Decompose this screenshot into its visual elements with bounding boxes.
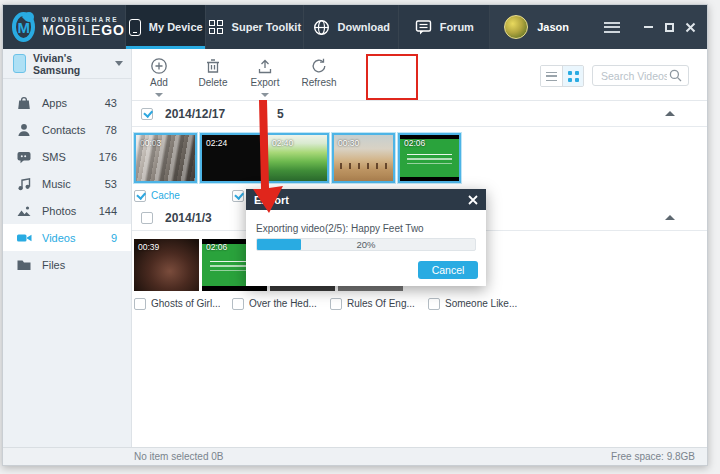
cancel-button[interactable]: Cancel bbox=[418, 261, 478, 279]
export-button[interactable]: Export bbox=[241, 57, 289, 97]
video-label: Cache bbox=[134, 188, 232, 203]
list-view-icon bbox=[546, 72, 557, 81]
toolbar: Add Delete Export Refresh bbox=[132, 49, 707, 101]
maximize-button[interactable] bbox=[662, 20, 676, 34]
video-checkbox[interactable] bbox=[232, 190, 244, 202]
apps-bag-icon bbox=[16, 95, 32, 111]
export-label: Export bbox=[251, 77, 280, 88]
device-phone-icon bbox=[13, 54, 26, 73]
globe-icon bbox=[313, 19, 330, 36]
export-status-text: Exporting video(2/5): Happy Feet Two bbox=[256, 223, 424, 234]
duration-badge: 00:03 bbox=[140, 138, 161, 148]
grid-view-icon bbox=[568, 71, 579, 82]
item-count: 176 bbox=[99, 151, 117, 163]
collapse-icon[interactable] bbox=[665, 111, 675, 116]
grid-icon bbox=[209, 20, 224, 35]
search-input[interactable] bbox=[593, 70, 669, 82]
video-name: Ghosts of Girl... bbox=[151, 298, 220, 309]
video-checkbox[interactable] bbox=[330, 298, 342, 310]
annotation-highlight-box bbox=[366, 54, 418, 100]
sms-bubble-icon bbox=[16, 149, 32, 165]
delete-button[interactable]: Delete bbox=[189, 57, 237, 88]
sidebar-item-apps[interactable]: Apps 43 bbox=[3, 89, 131, 116]
add-button[interactable]: Add bbox=[135, 57, 183, 97]
tab-download[interactable]: Download bbox=[303, 5, 398, 49]
item-count: 144 bbox=[99, 205, 117, 217]
minimize-button[interactable] bbox=[641, 20, 655, 34]
progress-percent: 20% bbox=[257, 239, 475, 250]
device-selector[interactable]: Vivian's Samsung bbox=[3, 49, 131, 79]
group-checkbox[interactable] bbox=[141, 108, 153, 120]
video-label: Over the Hed... bbox=[232, 296, 330, 311]
phone-icon bbox=[129, 19, 141, 36]
group-date: 2014/1/3 bbox=[165, 211, 212, 225]
item-count: 9 bbox=[111, 232, 117, 244]
video-camera-icon bbox=[16, 230, 32, 246]
chevron-down-icon bbox=[115, 61, 123, 66]
dialog-title: Export bbox=[254, 194, 289, 206]
grid-view-button[interactable] bbox=[562, 66, 583, 86]
delete-label: Delete bbox=[199, 77, 228, 88]
duration-badge: 02:40 bbox=[272, 138, 293, 148]
sidebar-item-contacts[interactable]: Contacts 78 bbox=[3, 116, 131, 143]
sidebar-item-label: Apps bbox=[42, 97, 67, 109]
item-count: 53 bbox=[105, 178, 117, 190]
video-thumbnail[interactable]: 00:30 bbox=[332, 133, 395, 183]
tab-my-device[interactable]: My Device bbox=[125, 5, 205, 49]
sidebar-item-label: Videos bbox=[42, 232, 75, 244]
video-checkbox[interactable] bbox=[134, 298, 146, 310]
video-thumbnail[interactable]: 02:06 bbox=[398, 133, 461, 183]
close-button[interactable] bbox=[683, 20, 697, 34]
refresh-button[interactable]: Refresh bbox=[295, 57, 343, 88]
sidebar: Vivian's Samsung Apps 43 Contacts 78 bbox=[3, 49, 132, 447]
folder-icon bbox=[16, 257, 32, 273]
video-name: Rules Of Eng... bbox=[347, 298, 415, 309]
sidebar-item-files[interactable]: Files bbox=[3, 251, 131, 278]
tab-label: Forum bbox=[440, 21, 474, 33]
video-checkbox[interactable] bbox=[232, 298, 244, 310]
video-thumbnail[interactable]: 00:39 bbox=[134, 239, 199, 291]
sidebar-item-videos[interactable]: Videos 9 bbox=[3, 224, 131, 251]
sidebar-item-music[interactable]: Music 53 bbox=[3, 170, 131, 197]
collapse-icon[interactable] bbox=[665, 215, 675, 220]
device-name: Vivian's Samsung bbox=[33, 52, 108, 76]
video-thumbnail[interactable]: 00:03 bbox=[134, 133, 197, 183]
dialog-header[interactable]: Export bbox=[246, 189, 486, 210]
group-count: 5 bbox=[277, 107, 284, 121]
app-logo: M WONDERSHARE MOBILEGO bbox=[3, 5, 125, 49]
video-checkbox[interactable] bbox=[134, 190, 146, 202]
titlebar: M WONDERSHARE MOBILEGO My Device Super T… bbox=[3, 5, 707, 49]
photos-icon bbox=[16, 203, 32, 219]
tab-label: Super Toolkit bbox=[232, 21, 301, 33]
list-view-button[interactable] bbox=[541, 66, 562, 86]
video-checkbox[interactable] bbox=[428, 298, 440, 310]
refresh-icon bbox=[310, 57, 328, 75]
forum-chat-icon bbox=[415, 19, 432, 36]
video-thumbnail[interactable]: 02:24 bbox=[200, 133, 263, 183]
user-area[interactable]: Jason bbox=[489, 5, 707, 49]
sidebar-item-label: Contacts bbox=[42, 124, 85, 136]
video-thumbnail[interactable]: 02:40 bbox=[266, 133, 329, 183]
tab-super-toolkit[interactable]: Super Toolkit bbox=[205, 5, 303, 49]
contacts-person-icon bbox=[16, 122, 32, 138]
group-date: 2014/12/17 bbox=[165, 107, 225, 121]
sidebar-item-photos[interactable]: Photos 144 bbox=[3, 197, 131, 224]
sidebar-item-label: SMS bbox=[42, 151, 66, 163]
selection-status: No item selected 0B bbox=[3, 451, 224, 462]
dialog-close-button[interactable] bbox=[468, 195, 478, 205]
tab-forum[interactable]: Forum bbox=[398, 5, 489, 49]
duration-badge: 02:24 bbox=[206, 138, 227, 148]
video-label: Someone Like... bbox=[428, 296, 526, 311]
sidebar-item-sms[interactable]: SMS 176 bbox=[3, 143, 131, 170]
tab-label: My Device bbox=[149, 21, 203, 33]
group-checkbox[interactable] bbox=[141, 212, 153, 224]
chevron-down-icon bbox=[155, 93, 163, 97]
add-label: Add bbox=[150, 77, 168, 88]
video-name: Over the Hed... bbox=[249, 298, 317, 309]
refresh-label: Refresh bbox=[301, 77, 336, 88]
menu-icon[interactable] bbox=[604, 22, 620, 33]
username: Jason bbox=[537, 21, 569, 33]
trash-icon bbox=[204, 57, 222, 75]
add-plus-icon bbox=[150, 57, 168, 75]
search-icon[interactable] bbox=[669, 69, 682, 82]
